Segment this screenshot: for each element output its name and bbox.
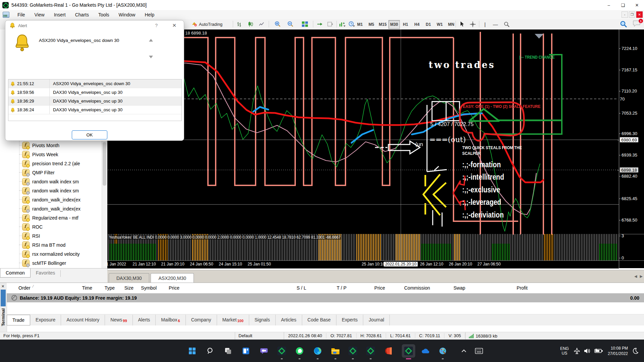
paint-icon[interactable] [436, 344, 449, 358]
scroll-up-icon[interactable] [149, 39, 153, 42]
chart-shift-icon[interactable] [325, 20, 335, 28]
terminal-column-header[interactable]: Symbol [141, 285, 157, 291]
close-button[interactable]: ✕ [630, 0, 644, 10]
terminal-tab[interactable]: Company [186, 315, 217, 325]
timeframe-button[interactable]: D1 [423, 20, 434, 29]
battery-icon[interactable] [594, 348, 603, 354]
terminal-tab[interactable]: Market 100 [217, 315, 249, 325]
file-explorer-icon[interactable] [329, 344, 342, 358]
chart-restore-button[interactable]: ❐ [629, 11, 635, 18]
menu-item[interactable]: View [30, 11, 49, 19]
terminal-column-header[interactable]: Profit [517, 285, 528, 291]
terminal-tab[interactable]: Account History [61, 315, 105, 325]
navigator-item[interactable]: rsx normalized velocity [0, 249, 102, 258]
edge-icon[interactable] [311, 344, 324, 358]
terminal-tab[interactable]: Exposure [30, 315, 61, 325]
task-view-icon[interactable] [221, 344, 235, 358]
indicators-icon[interactable]: + [338, 20, 347, 28]
timeframe-button[interactable]: MN [445, 20, 457, 29]
terminal-column-header[interactable]: T / P [337, 285, 346, 291]
navigator-item[interactable]: RSI ma BT mod [0, 240, 102, 249]
ok-button[interactable]: OK [72, 130, 107, 139]
balance-row[interactable]: Balance: 19.19 AUD Equity: 19.19 Free ma… [7, 293, 644, 302]
chart-minimize-button[interactable]: - [622, 11, 628, 18]
menu-item[interactable]: Insert [49, 11, 70, 19]
terminal-column-header[interactable]: Order [18, 285, 31, 291]
navigator-item[interactable]: Pivots Month [0, 141, 102, 150]
tab-favorites[interactable]: Favorites [31, 268, 61, 277]
chevron-up-icon[interactable] [457, 344, 471, 358]
community-chat-icon[interactable]: 1 [631, 20, 643, 28]
navigator-item[interactable]: random_walk_index(ex [0, 195, 102, 204]
onedrive-icon[interactable] [419, 344, 432, 358]
chart-close-button[interactable]: ✕ [636, 11, 643, 18]
timeframe-button[interactable]: H4 [411, 20, 423, 29]
terminal-tab[interactable]: Articles [276, 315, 302, 325]
navigator-item[interactable]: random walk index sm [0, 186, 102, 195]
autotrading-button[interactable]: AutoTrading [190, 20, 224, 28]
tile-windows-icon[interactable] [300, 20, 310, 28]
menu-item[interactable]: Charts [70, 11, 94, 19]
menu-item[interactable]: Help [140, 11, 159, 19]
terminal-tab[interactable]: Experts [336, 315, 363, 325]
cursor-icon[interactable] [458, 20, 467, 28]
office-icon[interactable] [382, 344, 396, 358]
terminal-tab[interactable]: Mailbox 6 [156, 315, 185, 325]
tab-common[interactable]: Common [0, 268, 31, 278]
menu-item[interactable]: Window [114, 11, 140, 19]
timeframe-button[interactable]: M15 [377, 20, 388, 29]
terminal-column-header[interactable]: Price [169, 285, 179, 291]
navigator-scrollbar[interactable] [102, 141, 107, 269]
navigator-item[interactable]: QMP Filter [0, 168, 102, 177]
terminal-column-header[interactable]: Commission [404, 285, 430, 291]
horizontal-line-tool-icon[interactable]: — [491, 20, 500, 28]
alert-row[interactable]: 18:36:24 DAX30 Vidya_envelopes_osc up 30 [8, 106, 181, 114]
mt4-icon[interactable] [346, 344, 360, 358]
search-community-icon[interactable] [619, 20, 629, 28]
alert-dialog-titlebar[interactable]: Alert ? ✕ [5, 20, 184, 31]
navigator-item[interactable]: random walk index sm [0, 177, 102, 186]
start-icon[interactable] [185, 344, 199, 358]
dialog-close-icon[interactable]: ✕ [172, 22, 176, 28]
airplane-icon[interactable] [574, 348, 580, 354]
zoom-in-icon[interactable] [272, 20, 283, 28]
do-not-disturb-moon-icon[interactable] [632, 348, 639, 354]
terminal-tab[interactable]: Alerts [133, 315, 156, 325]
timeframe-button[interactable]: M1 [354, 20, 366, 29]
timeframe-button[interactable]: H1 [400, 20, 411, 29]
scroll-down-icon[interactable] [149, 56, 153, 58]
vertical-line-tool-icon[interactable]: | [481, 20, 489, 28]
language-indicator[interactable]: ENGUS [560, 346, 569, 356]
candlestick-chart-icon[interactable] [246, 20, 256, 28]
magnifier-tool-icon[interactable] [502, 20, 511, 28]
navigator-item[interactable]: precision trend 2.2 (ale [0, 159, 102, 168]
bar-chart-icon[interactable] [234, 20, 245, 28]
help-icon[interactable]: ? [155, 23, 158, 28]
menu-item[interactable]: File [13, 11, 30, 19]
mt4-icon[interactable] [364, 344, 377, 358]
zoom-out-icon[interactable] [285, 20, 296, 28]
navigator-item[interactable]: random_walk_index(ex [0, 204, 102, 213]
navigator-item[interactable]: ROC [0, 222, 102, 231]
tab-scroll-right-icon[interactable]: ▶ [640, 274, 643, 279]
mt4-active-icon[interactable] [402, 344, 415, 358]
menu-item[interactable]: Tools [94, 11, 114, 19]
chart-tab[interactable]: DAX30,M30 [109, 273, 149, 283]
navigator-item[interactable]: scMTF Bollinger [0, 258, 102, 267]
terminal-column-header[interactable]: Type [105, 285, 115, 291]
navigator-item[interactable]: RSI [0, 231, 102, 240]
terminal-tab[interactable]: News 99 [105, 315, 132, 325]
alert-row[interactable]: 21:55:12 ASX200 Vidya_envelopes_osc down… [8, 79, 181, 88]
crosshair-icon[interactable] [468, 20, 477, 28]
timeframe-button[interactable]: M30 [388, 20, 400, 29]
terminal-tab[interactable]: Signals [249, 315, 276, 325]
alert-row[interactable]: 18:59:56 DAX30 Vidya_envelopes_osc up 30 [8, 88, 181, 97]
terminal-column-header[interactable]: Swap [453, 285, 465, 291]
terminal-tab[interactable]: Journal [363, 315, 390, 325]
terminal-tab[interactable]: Trade [7, 315, 30, 325]
mt4-icon[interactable] [275, 344, 288, 358]
timeframe-button[interactable]: M5 [366, 20, 377, 29]
chart-tab[interactable]: ASX200,M30 [151, 273, 194, 283]
timeframe-button[interactable]: W1 [434, 20, 445, 29]
terminal-column-header[interactable]: Time [82, 285, 92, 291]
